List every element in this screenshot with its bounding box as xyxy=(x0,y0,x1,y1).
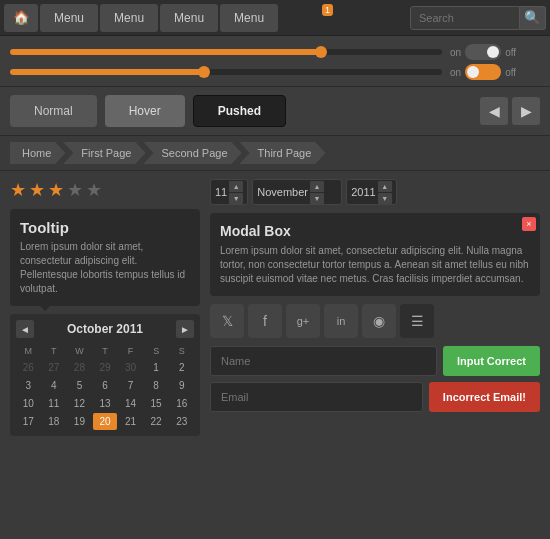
year-picker[interactable]: 2011 ▲ ▼ xyxy=(346,179,396,205)
menu-button-2[interactable]: Menu xyxy=(100,4,158,32)
hover-button[interactable]: Hover xyxy=(105,95,185,127)
breadcrumb-first[interactable]: First Page xyxy=(63,142,145,164)
calendar-day[interactable]: 8 xyxy=(144,377,169,394)
calendar-day[interactable]: 12 xyxy=(67,395,92,412)
arrow-right-button[interactable]: ▶ xyxy=(512,97,540,125)
calendar-day[interactable]: 10 xyxy=(16,395,41,412)
year-spinners: ▲ ▼ xyxy=(378,181,392,204)
calendar-grid: MTWTFSS262728293012345678910111213141516… xyxy=(16,344,194,430)
month-value: November xyxy=(257,186,308,198)
home-button[interactable]: 🏠 xyxy=(4,4,38,32)
calendar-day[interactable]: 16 xyxy=(169,395,194,412)
calendar-day[interactable]: 4 xyxy=(42,377,67,394)
calendar-day-label: S xyxy=(169,344,194,358)
search-button[interactable]: 🔍 xyxy=(520,6,546,30)
calendar-day-label: W xyxy=(67,344,92,358)
toggle-group-1: on off xyxy=(450,44,540,60)
star-4[interactable]: ★ xyxy=(67,179,83,201)
normal-button[interactable]: Normal xyxy=(10,95,97,127)
month-up-button[interactable]: ▲ xyxy=(310,181,324,192)
calendar-day[interactable]: 6 xyxy=(93,377,118,394)
calendar-day-label: T xyxy=(93,344,118,358)
toggle2-on-label: on xyxy=(450,67,461,78)
slider-fill-1 xyxy=(10,49,321,55)
day-spinners: ▲ ▼ xyxy=(229,181,243,204)
calendar-prev-button[interactable]: ◄ xyxy=(16,320,34,338)
search-area: 🔍 xyxy=(410,6,546,30)
calendar-day[interactable]: 23 xyxy=(169,413,194,430)
calendar-day[interactable]: 18 xyxy=(42,413,67,430)
googleplus-button[interactable]: g+ xyxy=(286,304,320,338)
breadcrumb-third[interactable]: Third Page xyxy=(240,142,326,164)
pushed-button[interactable]: Pushed xyxy=(193,95,286,127)
month-spinners: ▲ ▼ xyxy=(310,181,324,204)
month-down-button[interactable]: ▼ xyxy=(310,193,324,204)
calendar-day[interactable]: 5 xyxy=(67,377,92,394)
calendar-day[interactable]: 30 xyxy=(118,359,143,376)
year-down-button[interactable]: ▼ xyxy=(378,193,392,204)
star-2[interactable]: ★ xyxy=(29,179,45,201)
calendar-day[interactable]: 7 xyxy=(118,377,143,394)
twitter-button[interactable]: 𝕏 xyxy=(210,304,244,338)
date-picker-row: 11 ▲ ▼ November ▲ ▼ 2011 ▲ ▼ xyxy=(210,179,540,205)
name-input[interactable] xyxy=(210,346,437,376)
modal-box: × Modal Box Lorem ipsum dolor sit amet, … xyxy=(210,213,540,296)
toggle-group-2: on off xyxy=(450,64,540,80)
calendar-day[interactable]: 27 xyxy=(42,359,67,376)
calendar-day[interactable]: 19 xyxy=(67,413,92,430)
day-down-button[interactable]: ▼ xyxy=(229,193,243,204)
toggle-knob-2 xyxy=(467,66,479,78)
main-content: ★ ★ ★ ★ ★ Tooltip Lorem ipsum dolor sit … xyxy=(0,171,550,444)
toggle-switch-2[interactable] xyxy=(465,64,501,80)
rss-button[interactable]: ◉ xyxy=(362,304,396,338)
correct-button[interactable]: Input Correct xyxy=(443,346,540,376)
slider-thumb-1[interactable] xyxy=(315,46,327,58)
left-panel: ★ ★ ★ ★ ★ Tooltip Lorem ipsum dolor sit … xyxy=(10,179,200,436)
calendar-day[interactable]: 3 xyxy=(16,377,41,394)
calendar-month-year: October 2011 xyxy=(67,322,143,336)
calendar-day[interactable]: 9 xyxy=(169,377,194,394)
arrow-left-button[interactable]: ◀ xyxy=(480,97,508,125)
year-up-button[interactable]: ▲ xyxy=(378,181,392,192)
star-3[interactable]: ★ xyxy=(48,179,64,201)
month-picker[interactable]: November ▲ ▼ xyxy=(252,179,342,205)
day-picker[interactable]: 11 ▲ ▼ xyxy=(210,179,248,205)
incorrect-button[interactable]: Incorrect Email! xyxy=(429,382,540,412)
day-up-button[interactable]: ▲ xyxy=(229,181,243,192)
calendar-day[interactable]: 15 xyxy=(144,395,169,412)
calendar-day[interactable]: 20 xyxy=(93,413,118,430)
slider-track-2[interactable] xyxy=(10,69,442,75)
calendar-day[interactable]: 2 xyxy=(169,359,194,376)
calendar-day[interactable]: 1 xyxy=(144,359,169,376)
email-input[interactable] xyxy=(210,382,423,412)
slider-track-1[interactable] xyxy=(10,49,442,55)
calendar-day[interactable]: 13 xyxy=(93,395,118,412)
toggle-switch-1[interactable] xyxy=(465,44,501,60)
menu-social-button[interactable]: ☰ xyxy=(400,304,434,338)
breadcrumb-second[interactable]: Second Page xyxy=(143,142,241,164)
breadcrumb-home[interactable]: Home xyxy=(10,142,65,164)
email-form-row: Incorrect Email! xyxy=(210,382,540,412)
star-5[interactable]: ★ xyxy=(86,179,102,201)
calendar-day[interactable]: 11 xyxy=(42,395,67,412)
calendar-day[interactable]: 14 xyxy=(118,395,143,412)
calendar-next-button[interactable]: ► xyxy=(176,320,194,338)
facebook-button[interactable]: f xyxy=(248,304,282,338)
menu-button-3[interactable]: Menu xyxy=(160,4,218,32)
tooltip-title: Tooltip xyxy=(20,219,190,236)
calendar-day[interactable]: 21 xyxy=(118,413,143,430)
calendar-day[interactable]: 29 xyxy=(93,359,118,376)
calendar-day[interactable]: 17 xyxy=(16,413,41,430)
day-value: 11 xyxy=(215,186,227,198)
star-1[interactable]: ★ xyxy=(10,179,26,201)
calendar-day[interactable]: 28 xyxy=(67,359,92,376)
calendar-day[interactable]: 26 xyxy=(16,359,41,376)
linkedin-button[interactable]: in xyxy=(324,304,358,338)
search-input[interactable] xyxy=(410,6,520,30)
modal-close-button[interactable]: × xyxy=(522,217,536,231)
slider-row-1: on off xyxy=(10,44,540,60)
menu-button-1[interactable]: Menu xyxy=(40,4,98,32)
calendar-day[interactable]: 22 xyxy=(144,413,169,430)
slider-thumb-2[interactable] xyxy=(198,66,210,78)
menu-button-4[interactable]: Menu xyxy=(220,4,278,32)
